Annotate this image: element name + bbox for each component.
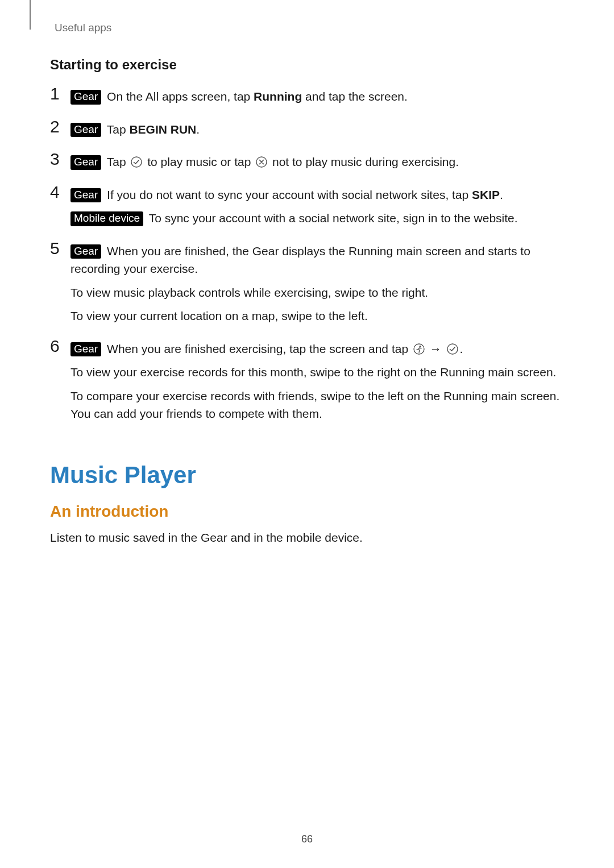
step-line: Gear On the All apps screen, tap Running…	[70, 88, 564, 106]
gear-pill: Gear	[70, 90, 101, 105]
step-number: 1	[50, 85, 70, 102]
step-body: Gear On the All apps screen, tap Running…	[70, 88, 564, 106]
step-number: 5	[50, 240, 70, 257]
runner-circle-icon	[413, 343, 425, 355]
step-item: 1Gear On the All apps screen, tap Runnin…	[50, 88, 564, 106]
step-body: Gear Tap to play music or tap not to pla…	[70, 153, 564, 171]
step-line: Mobile device To sync your account with …	[70, 209, 564, 227]
page-number: 66	[0, 833, 614, 845]
step-line: To view music playback controls while ex…	[70, 284, 564, 302]
step-line: To view your exercise records for this m…	[70, 363, 564, 381]
check-circle-icon	[130, 156, 143, 168]
check-circle-icon	[446, 343, 459, 355]
step-line: Gear Tap BEGIN RUN.	[70, 121, 564, 139]
step-number: 4	[50, 184, 70, 201]
heading-introduction: An introduction	[50, 502, 564, 521]
svg-point-4	[447, 344, 458, 354]
bold-term: SKIP	[472, 188, 500, 201]
running-header: Useful apps	[55, 22, 564, 34]
step-number: 2	[50, 118, 70, 135]
step-line: Gear If you do not want to sync your acc…	[70, 186, 564, 204]
step-body: Gear When you are finished, the Gear dis…	[70, 242, 564, 325]
step-line: Gear When you are finished exercising, t…	[70, 340, 564, 358]
gear-pill: Gear	[70, 123, 101, 138]
step-line: To view your current location on a map, …	[70, 307, 564, 325]
step-body: Gear When you are finished exercising, t…	[70, 340, 564, 423]
step-number: 3	[50, 151, 70, 168]
step-item: 5Gear When you are finished, the Gear di…	[50, 242, 564, 325]
steps-list: 1Gear On the All apps screen, tap Runnin…	[50, 88, 564, 423]
mobile-device-pill: Mobile device	[70, 211, 143, 226]
svg-point-0	[131, 157, 142, 167]
step-number: 6	[50, 338, 70, 355]
bold-term: BEGIN RUN	[129, 123, 196, 136]
step-item: 4Gear If you do not want to sync your ac…	[50, 186, 564, 227]
page-tab-mark	[30, 0, 31, 30]
gear-pill: Gear	[70, 155, 101, 170]
bold-term: Running	[254, 90, 302, 103]
section-heading: Starting to exercise	[50, 57, 564, 73]
gear-pill: Gear	[70, 342, 101, 357]
step-item: 3Gear Tap to play music or tap not to pl…	[50, 153, 564, 171]
intro-body: Listen to music saved in the Gear and in…	[50, 529, 564, 547]
step-line: Gear When you are finished, the Gear dis…	[70, 242, 564, 278]
step-body: Gear If you do not want to sync your acc…	[70, 186, 564, 227]
document-page: Useful apps Starting to exercise 1Gear O…	[0, 0, 614, 868]
step-item: 2Gear Tap BEGIN RUN.	[50, 121, 564, 139]
arrow-icon: →	[426, 342, 445, 355]
step-line: To compare your exercise records with fr…	[70, 387, 564, 423]
gear-pill: Gear	[70, 188, 101, 203]
gear-pill: Gear	[70, 244, 101, 259]
cross-circle-icon	[255, 156, 268, 168]
heading-music-player: Music Player	[50, 462, 564, 489]
step-item: 6Gear When you are finished exercising, …	[50, 340, 564, 423]
step-body: Gear Tap BEGIN RUN.	[70, 121, 564, 139]
step-line: Gear Tap to play music or tap not to pla…	[70, 153, 564, 171]
